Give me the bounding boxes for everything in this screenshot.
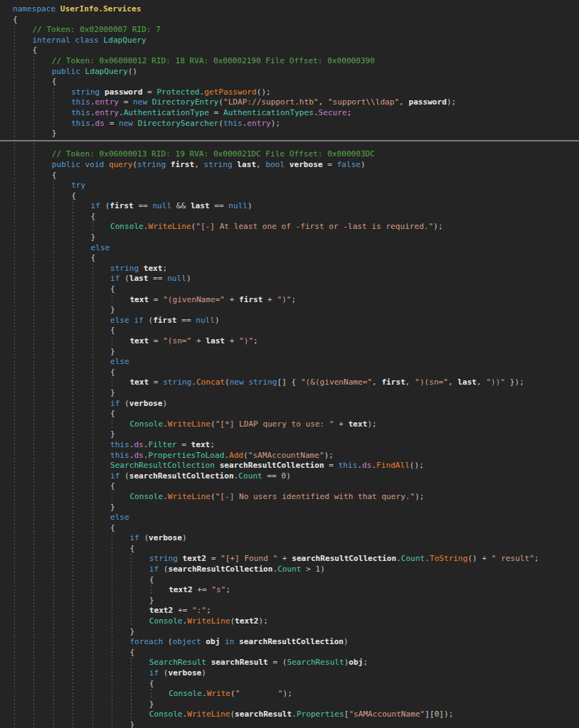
- code-line[interactable]: SearchResult searchResult = (SearchResul…: [0, 658, 579, 668]
- code-line[interactable]: this.ds = new DirectorySearcher(this.ent…: [0, 119, 579, 129]
- type-token[interactable]: Count: [238, 471, 262, 481]
- code-line[interactable]: this.entry.AuthenticationType = Authenti…: [0, 108, 579, 119]
- namespace-token[interactable]: UserInfo.Services: [60, 4, 142, 14]
- code-line[interactable]: {: [0, 368, 579, 378]
- code-line[interactable]: }: [0, 627, 579, 638]
- method-token[interactable]: FindAll: [376, 461, 410, 470]
- field-token[interactable]: entry: [95, 97, 119, 107]
- local-variable-token[interactable]: searchResultCollection: [129, 471, 234, 481]
- field-token[interactable]: ds: [134, 440, 143, 449]
- type-token[interactable]: PropertiesToLoad: [148, 451, 224, 460]
- method-token[interactable]: WriteLine: [187, 710, 230, 719]
- type-token[interactable]: Count: [401, 554, 425, 563]
- code-line[interactable]: if (searchResultCollection.Count == 0): [0, 471, 579, 482]
- local-variable-token[interactable]: text: [129, 336, 149, 346]
- local-variable-token[interactable]: text2: [235, 616, 258, 626]
- code-line[interactable]: // Token: 0x02000007 RID: 7: [0, 25, 579, 36]
- code-line[interactable]: }: [0, 129, 579, 139]
- local-variable-token[interactable]: text2: [149, 606, 173, 615]
- local-variable-token[interactable]: searchResultCollection: [239, 637, 344, 646]
- code-line[interactable]: }: [0, 232, 579, 243]
- code-line[interactable]: text = string.Concat(new string[] { "(&(…: [0, 378, 579, 388]
- type-token[interactable]: Console: [169, 689, 202, 698]
- code-line[interactable]: Console.Write(" ");: [0, 689, 579, 700]
- type-token[interactable]: DirectoryEntry: [152, 97, 219, 107]
- field-token[interactable]: Secure: [319, 108, 347, 117]
- code-line[interactable]: {: [0, 253, 579, 264]
- code-line[interactable]: }: [0, 347, 579, 358]
- code-line[interactable]: // Token: 0x06000013 RID: 19 RVA: 0x0000…: [0, 149, 579, 160]
- field-token[interactable]: entry: [95, 108, 119, 117]
- code-line[interactable]: {: [0, 575, 579, 586]
- code-line[interactable]: {: [0, 77, 579, 87]
- code-line[interactable]: }: [0, 429, 579, 440]
- method-token[interactable]: ToString: [430, 554, 467, 563]
- method-token[interactable]: Write: [207, 689, 230, 698]
- local-variable-token[interactable]: last: [206, 336, 225, 346]
- code-line[interactable]: string text;: [0, 264, 579, 274]
- local-variable-token[interactable]: first: [153, 316, 176, 325]
- local-variable-token[interactable]: searchResult: [235, 710, 292, 719]
- code-line[interactable]: }: [0, 388, 579, 399]
- code-line[interactable]: {: [0, 15, 579, 26]
- type-token[interactable]: Console: [110, 222, 144, 231]
- code-line[interactable]: {: [0, 679, 579, 690]
- type-token[interactable]: Protected: [156, 87, 199, 97]
- local-variable-token[interactable]: verbose: [290, 160, 323, 169]
- code-line[interactable]: if (verbose): [0, 533, 579, 544]
- local-variable-token[interactable]: verbose: [129, 399, 163, 408]
- code-line[interactable]: {: [0, 191, 579, 202]
- code-line[interactable]: text2 += "s";: [0, 585, 579, 596]
- type-token[interactable]: Console: [149, 616, 183, 626]
- code-line[interactable]: this.ds.PropertiesToLoad.Add("sAMAccount…: [0, 451, 579, 461]
- code-line[interactable]: if (first == null && last == null): [0, 201, 579, 212]
- code-line[interactable]: foreach (object obj in searchResultColle…: [0, 637, 579, 648]
- local-variable-token[interactable]: text: [144, 264, 163, 273]
- method-token[interactable]: Concat: [196, 378, 225, 387]
- code-line[interactable]: text2 += ":";: [0, 606, 579, 616]
- code-line[interactable]: this.entry = new DirectoryEntry("LDAP://…: [0, 97, 579, 108]
- code-line[interactable]: }: [0, 700, 579, 710]
- code-line[interactable]: else if (first == null): [0, 316, 579, 326]
- type-token[interactable]: SearchResult: [287, 658, 344, 667]
- type-token[interactable]: SearchResult: [149, 658, 206, 667]
- code-line[interactable]: else: [0, 243, 579, 254]
- code-line[interactable]: }: [0, 503, 579, 513]
- method-token[interactable]: getPassword: [204, 87, 256, 97]
- code-line[interactable]: {: [0, 171, 579, 181]
- code-line[interactable]: {: [0, 284, 579, 295]
- code-line[interactable]: else: [0, 357, 579, 368]
- code-line[interactable]: {: [0, 326, 579, 336]
- code-line[interactable]: }: [0, 596, 579, 606]
- code-line[interactable]: if (verbose): [0, 668, 579, 679]
- local-variable-token[interactable]: searchResultCollection: [292, 554, 396, 563]
- code-line[interactable]: {: [0, 523, 579, 534]
- local-variable-token[interactable]: password: [105, 87, 142, 97]
- code-line[interactable]: text = "(sn=" + last + ")";: [0, 336, 579, 347]
- code-editor[interactable]: namespace UserInfo.Services{// Token: 0x…: [0, 0, 579, 728]
- local-variable-token[interactable]: text: [129, 295, 149, 304]
- local-variable-token[interactable]: first: [171, 160, 194, 169]
- local-variable-token[interactable]: searchResultCollection: [220, 461, 324, 470]
- code-line[interactable]: if (searchResultCollection.Count > 1): [0, 564, 579, 575]
- local-variable-token[interactable]: obj: [206, 637, 220, 646]
- code-line[interactable]: {: [0, 544, 579, 555]
- code-line[interactable]: {: [0, 481, 579, 492]
- local-variable-token[interactable]: text2: [169, 585, 192, 594]
- code-line[interactable]: Console.WriteLine(text2);: [0, 616, 579, 627]
- local-variable-token[interactable]: obj: [349, 658, 363, 667]
- method-token[interactable]: WriteLine: [168, 419, 211, 429]
- local-variable-token[interactable]: first: [381, 378, 405, 387]
- code-line[interactable]: this.ds.Filter = text;: [0, 440, 579, 451]
- local-variable-token[interactable]: last: [237, 160, 256, 169]
- code-line[interactable]: if (verbose): [0, 399, 579, 410]
- code-line[interactable]: Console.WriteLine(searchResult.Propertie…: [0, 710, 579, 720]
- method-token[interactable]: WriteLine: [168, 492, 211, 501]
- local-variable-token[interactable]: last: [129, 274, 149, 283]
- field-token[interactable]: entry: [247, 119, 270, 128]
- code-line[interactable]: public void query(string first, string l…: [0, 160, 579, 171]
- type-token[interactable]: LdapQuery: [104, 36, 147, 45]
- code-line[interactable]: // Token: 0x06000012 RID: 18 RVA: 0x0000…: [0, 56, 579, 67]
- field-token[interactable]: ds: [362, 461, 371, 470]
- type-token[interactable]: DirectorySearcher: [138, 119, 219, 128]
